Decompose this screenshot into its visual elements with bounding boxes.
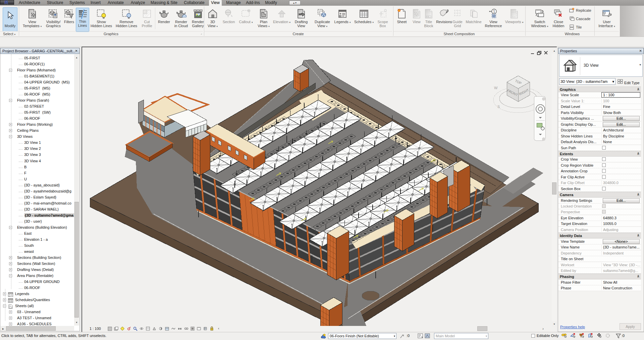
svg-text:1: 1 bbox=[493, 10, 495, 13]
svg-text:W: W bbox=[494, 86, 498, 90]
svg-text:S: S bbox=[497, 105, 500, 109]
